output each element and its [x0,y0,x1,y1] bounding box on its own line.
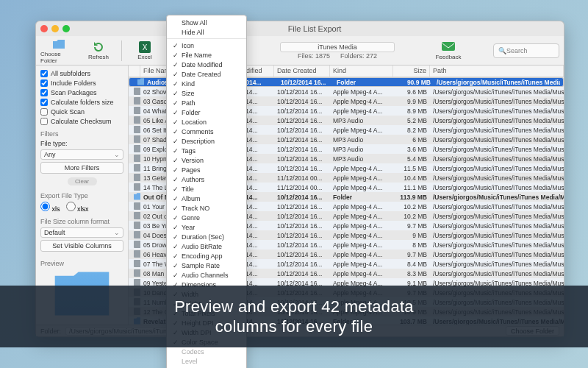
file-icon [134,250,140,258]
menu-item[interactable]: ✓Encoding App [167,251,246,261]
more-filters-button[interactable]: More Filters [40,162,123,174]
file-icon [134,135,140,143]
choose-folder-label: Choose Folder [40,51,77,64]
menu-item[interactable]: ✓Path [167,98,246,107]
file-icon [134,164,140,171]
menu-item[interactable]: ✓Pages [167,165,246,174]
menu-item[interactable]: ✓Genre [167,213,246,222]
col-size[interactable]: Size [393,66,430,77]
col-date-created[interactable]: Date Created [274,66,330,77]
export-type-heading: Export File Type [40,192,123,199]
menu-item[interactable]: ✓Icon [167,40,246,50]
clear-button[interactable]: Clear [68,177,97,185]
feedback-icon [442,40,455,54]
close-icon[interactable] [40,25,48,32]
traffic-lights [40,25,70,32]
file-icon [134,116,140,124]
file-icon [134,155,140,162]
menu-item[interactable]: Codecs [167,347,246,356]
preview-heading: Preview [40,260,123,267]
refresh-icon [92,40,105,54]
file-icon [134,241,140,248]
folder-icon [137,78,144,85]
refresh-label: Refresh [88,54,109,60]
refresh-button[interactable]: Refresh [80,38,117,64]
menu-item[interactable]: ✓Version [167,155,246,165]
menu-item[interactable]: ✓Title [167,184,246,194]
menu-item[interactable]: ✓Audio BitRate [167,241,246,251]
file-type-label: File type: [40,140,123,147]
file-size-format-select[interactable]: Default ⌄ [40,227,123,238]
menu-item[interactable]: ✓Comments [167,127,246,136]
chk-scan-packages[interactable]: Scan Packages [40,89,123,96]
chk-quick-scan[interactable]: Quick Scan [40,108,123,116]
current-folder-name: iTunes Media [280,42,395,52]
file-icon [134,212,140,219]
chk-calc-folder-size[interactable]: Calculate folders size [40,99,123,106]
menu-item[interactable]: ✓Track NO [167,203,246,213]
chevron-down-icon: ⌄ [114,151,120,158]
menu-item[interactable]: ✓Album [167,194,246,203]
menu-item[interactable]: ✓Size [167,88,246,98]
menu-item[interactable]: ✓Location [167,117,246,127]
excel-button[interactable]: X Excel [126,38,163,64]
menu-item[interactable]: Level [167,356,246,366]
window-title: File List Export [70,24,559,33]
menu-item[interactable]: ✓File Name [167,50,246,60]
menu-item[interactable]: ✓Folder [167,107,246,117]
search-input[interactable]: 🔍 Search [493,43,559,58]
feedback-button[interactable]: Feedback [430,38,467,64]
zoom-icon[interactable] [62,25,70,32]
toolbar-sep [121,40,122,61]
toolbar: Choose Folder Refresh X Excel CSV iTunes… [36,36,564,66]
minimize-icon[interactable] [51,25,59,32]
menu-item[interactable]: ✓Year [167,222,246,232]
menu-item[interactable]: ✓Kind [167,79,246,88]
excel-icon: X [138,40,151,54]
folders-count: Folders: 272 [340,52,377,60]
col-icon[interactable] [129,66,140,77]
menu-item[interactable]: Show All [167,18,246,27]
file-icon [134,145,140,152]
file-icon [134,260,140,267]
menu-item[interactable]: ✓Tags [167,146,246,155]
export-type-radio[interactable]: xls xlsx [40,202,123,213]
titlebar: File List Export [36,21,564,36]
menu-item[interactable]: ✓Audio Channels [167,270,246,280]
file-icon [134,202,140,210]
choose-folder-button[interactable]: Choose Folder [40,38,77,64]
file-icon [134,126,140,133]
svg-rect-3 [442,42,455,51]
chk-calc-checksum[interactable]: Calculate Checksum [40,118,123,125]
file-icon [134,269,140,277]
toolbar-info: iTunes Media Files: 1875 Folders: 272 [271,42,404,60]
menu-item[interactable]: ✓Sample Rate [167,261,246,270]
set-visible-columns-button[interactable]: Set Visible Columns [40,240,123,252]
menu-item[interactable]: ✓Authors [167,174,246,184]
file-icon [134,231,140,238]
file-icon [134,183,140,191]
svg-text:X: X [143,43,148,52]
file-size-format-heading: File Size column format [40,218,123,225]
file-icon [134,279,140,286]
folder-icon [52,38,65,51]
chk-include-folders[interactable]: Include Folders [40,79,123,87]
col-kind[interactable]: Kind [330,66,393,77]
file-icon [134,222,140,229]
promo-caption: Preview and export 42 metadatacolumns fo… [0,286,588,347]
file-icon [134,107,140,114]
menu-item[interactable]: ✓Date Created [167,69,246,79]
col-path[interactable]: Path [430,66,564,77]
menu-item[interactable]: ✓Date Modified [167,60,246,69]
menu-item[interactable]: ✓Duration (Sec) [167,232,246,241]
menu-item[interactable]: ✓Description [167,136,246,146]
feedback-label: Feedback [435,54,461,60]
file-type-select[interactable]: Any ⌄ [40,149,123,160]
file-icon [134,97,140,105]
menu-item[interactable]: Hide All [167,27,246,37]
chk-all-subfolders[interactable]: All subfolders [40,70,123,77]
excel-label: Excel [137,54,152,60]
folder-icon [134,193,140,200]
files-count: Files: 1875 [298,52,330,60]
chevron-down-icon: ⌄ [114,229,120,236]
